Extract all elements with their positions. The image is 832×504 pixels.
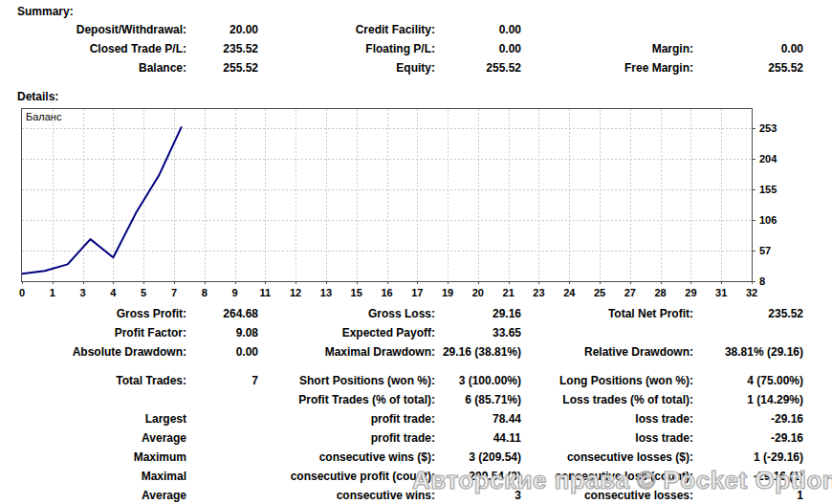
stat-row: Gross Profit:264.68Gross Loss:29.16Total… <box>0 304 803 323</box>
stat-row: Profit Trades (% of total):6 (85.71%)Los… <box>0 390 803 409</box>
x-axis-tick-label: 27 <box>624 287 636 298</box>
stat-value: 3 (100.00%) <box>435 371 521 390</box>
y-axis-tick-label: 8 <box>759 275 792 287</box>
stat-value: 3 (209.54) <box>435 448 521 467</box>
stat-value: 9.08 <box>186 323 258 342</box>
x-axis-tick-label: 7 <box>171 287 177 298</box>
stat-value: 264.68 <box>186 304 258 323</box>
x-axis-tick-label: 11 <box>260 287 272 298</box>
x-axis-tick-label: 32 <box>746 287 757 298</box>
stat-value <box>186 409 258 428</box>
stat-value: 44.11 <box>435 428 521 448</box>
stat-row: Largestprofit trade:78.44loss trade:-29.… <box>0 409 803 428</box>
stat-label: Maximum <box>0 448 186 467</box>
stat-label: consecutive loss (count): <box>521 467 693 486</box>
x-axis-tick-label: 3 <box>80 287 86 298</box>
stat-label: Margin: <box>521 39 693 58</box>
stat-label: consecutive profit (count): <box>258 467 435 486</box>
stat-label: Average <box>0 486 186 504</box>
stat-label: profit trade: <box>258 428 435 448</box>
stat-value: -29.16 <box>693 428 803 448</box>
x-axis-tick-label: 23 <box>533 287 544 298</box>
stat-label <box>521 20 693 39</box>
chart-legend: Баланс <box>26 111 61 122</box>
stat-label: Maximal Drawdown: <box>258 342 435 362</box>
stat-value <box>186 467 258 486</box>
stat-label: Short Positions (won %): <box>258 371 435 390</box>
stat-value: 235.52 <box>186 39 258 58</box>
balance-series-line <box>22 126 182 274</box>
stat-row: Maximumconsecutive wins ($):3 (209.54)co… <box>0 448 803 467</box>
stat-value <box>186 428 258 448</box>
x-axis-tick-label: 9 <box>231 287 237 298</box>
stat-row: Maximalconsecutive profit (count):209.54… <box>0 467 803 486</box>
stat-label: Maximal <box>0 467 186 486</box>
stat-label: Balance: <box>0 58 186 77</box>
stat-value: 0.00 <box>693 39 803 58</box>
stat-value: 78.44 <box>435 409 521 428</box>
stat-value: 1 (14.29%) <box>693 390 803 409</box>
stat-value: 38.81% (29.16) <box>693 342 803 362</box>
stat-value: 0.00 <box>186 342 258 362</box>
stat-label: consecutive losses: <box>521 486 693 504</box>
stat-value: 235.52 <box>693 304 803 323</box>
x-axis-tick-label: 8 <box>202 287 208 298</box>
stat-value: 20.00 <box>186 20 258 39</box>
x-axis-tick-label: 21 <box>503 287 515 298</box>
x-axis-tick-label: 24 <box>563 287 575 298</box>
stat-row: Averageprofit trade:44.11loss trade:-29.… <box>0 428 803 448</box>
stat-value: 255.52 <box>435 58 521 77</box>
x-axis-tick-label: 29 <box>685 287 696 298</box>
stat-row: Balance:255.52Equity:255.52Free Margin:2… <box>0 58 803 77</box>
stat-value: 29.16 <box>435 304 521 323</box>
stat-label: Free Margin: <box>521 58 693 77</box>
stat-value: 1 (-29.16) <box>693 448 803 467</box>
stat-label: loss trade: <box>521 428 693 448</box>
stat-row: Total Trades:7Short Positions (won %):3 … <box>0 371 803 390</box>
stat-value: 0.00 <box>435 20 521 39</box>
stat-label: Total Net Profit: <box>521 304 693 323</box>
stat-value: 6 (85.71%) <box>435 390 521 409</box>
stat-value: -29.16 <box>693 409 803 428</box>
stat-value: 255.52 <box>186 58 258 77</box>
stat-label: Total Trades: <box>0 371 186 390</box>
stat-value: 4 (75.00%) <box>693 371 803 390</box>
stat-label: Equity: <box>258 58 435 77</box>
stat-label: consecutive losses ($): <box>521 448 693 467</box>
y-axis-tick-label: 253 <box>759 122 792 134</box>
stat-value: 7 <box>186 371 258 390</box>
balance-chart: Баланс 013457891112131516171920212324252… <box>21 108 832 295</box>
y-axis-tick-label: 106 <box>759 214 792 226</box>
stat-label: loss trade: <box>521 409 693 428</box>
summary-table: Deposit/Withdrawal:20.00Credit Facility:… <box>0 20 803 77</box>
x-axis-tick-label: 20 <box>472 287 484 298</box>
stat-row: Deposit/Withdrawal:20.00Credit Facility:… <box>0 20 803 39</box>
stat-label: Closed Trade P/L: <box>0 39 186 58</box>
stat-label: Largest <box>0 409 186 428</box>
stat-value: 1 <box>693 486 803 504</box>
details-heading: Details: <box>17 90 58 103</box>
stat-label: consecutive wins: <box>258 486 435 504</box>
x-axis-tick-label: 28 <box>655 287 667 298</box>
stat-value <box>693 323 803 342</box>
stat-value <box>186 448 258 467</box>
x-axis-tick-label: 13 <box>320 287 332 298</box>
stat-value: 3 <box>435 486 521 504</box>
y-axis-tick-label: 57 <box>759 245 792 256</box>
stat-label: Long Positions (won %): <box>521 371 693 390</box>
stat-value <box>693 20 803 39</box>
stat-row: Profit Factor:9.08Expected Payoff:33.65 <box>0 323 803 342</box>
stat-label: Floating P/L: <box>258 39 435 58</box>
stat-value <box>186 390 258 409</box>
stat-label: profit trade: <box>258 409 435 428</box>
balance-line-chart <box>22 109 752 281</box>
stat-label <box>521 323 693 342</box>
x-axis-tick-label: 1 <box>50 287 55 298</box>
summary-heading: Summary: <box>17 5 74 18</box>
stat-label: consecutive wins ($): <box>258 448 435 467</box>
stat-label: Loss trades (% of total): <box>521 390 693 409</box>
stat-value: 209.54 (3) <box>435 467 521 486</box>
x-axis-tick-label: 4 <box>110 287 116 298</box>
x-axis-tick-label: 31 <box>715 287 727 298</box>
x-axis-tick-label: 15 <box>351 287 362 298</box>
